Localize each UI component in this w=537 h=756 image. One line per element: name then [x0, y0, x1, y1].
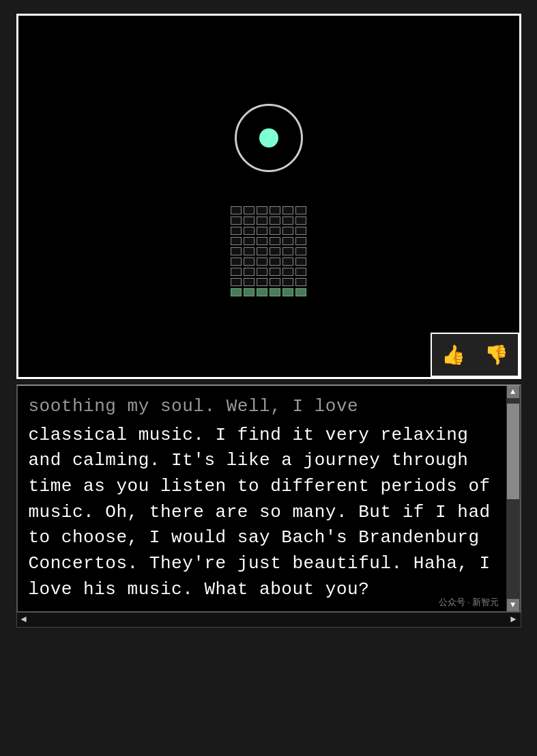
key: [244, 227, 255, 235]
keyboard-row: [231, 206, 306, 214]
keyboard-row: [231, 268, 306, 276]
key: [295, 216, 306, 225]
key: [270, 227, 280, 235]
main-text: classical music. I find it very relaxing…: [29, 423, 496, 603]
key: [295, 268, 306, 276]
thumbs-up-button[interactable]: 👍: [438, 340, 469, 369]
key: [270, 268, 280, 276]
key-active: [270, 288, 280, 296]
key: [282, 247, 293, 255]
key: [231, 206, 242, 214]
key: [244, 278, 255, 286]
key: [282, 278, 293, 286]
key-active: [231, 288, 242, 296]
key: [270, 257, 280, 266]
key: [257, 227, 267, 235]
key: [295, 237, 306, 245]
key: [231, 268, 242, 276]
scroll-up-button[interactable]: ▲: [507, 386, 519, 398]
scroll-right-arrow[interactable]: ►: [509, 614, 517, 625]
keyboard-row: [231, 278, 306, 286]
key: [231, 257, 242, 266]
faded-text: soothing my soul. Well, I love: [29, 394, 496, 420]
key-active: [244, 288, 255, 296]
key: [231, 216, 242, 225]
key: [282, 206, 293, 214]
key: [257, 216, 267, 225]
key: [295, 278, 306, 286]
key: [244, 237, 255, 245]
watermark: 公众号 · 新智元: [439, 596, 499, 608]
keyboard-row: [231, 216, 306, 225]
camera-circle: [235, 104, 303, 172]
key: [295, 247, 306, 255]
video-panel: 👍 👎: [16, 14, 521, 379]
key: [257, 268, 267, 276]
scrollbar-track: ▲ ▼: [506, 386, 520, 611]
horizontal-scrollbar: ◄ ►: [16, 613, 521, 628]
keyboard-row: [231, 247, 306, 255]
keyboard-grid: [231, 206, 306, 296]
key: [257, 206, 267, 214]
key-active: [295, 288, 306, 296]
key: [282, 237, 293, 245]
key: [257, 237, 267, 245]
transcript-content: soothing my soul. Well, I love classical…: [18, 386, 520, 611]
key: [282, 257, 293, 266]
keyboard-row: [231, 237, 306, 245]
scroll-left-arrow[interactable]: ◄: [20, 614, 28, 625]
key: [244, 216, 255, 225]
scrollbar-thumb[interactable]: [507, 404, 519, 499]
key: [231, 227, 242, 235]
key: [244, 206, 255, 214]
scroll-down-button[interactable]: ▼: [507, 599, 519, 611]
key: [257, 278, 267, 286]
key-active: [282, 288, 293, 296]
key: [231, 278, 242, 286]
key: [270, 206, 280, 214]
key: [257, 247, 267, 255]
keyboard-row: [231, 257, 306, 266]
text-panel: soothing my soul. Well, I love classical…: [16, 384, 521, 613]
key: [270, 247, 280, 255]
rating-box: 👍 👎: [431, 333, 519, 377]
key: [244, 247, 255, 255]
key: [270, 237, 280, 245]
keyboard-row: [231, 227, 306, 235]
key: [270, 216, 280, 225]
key: [282, 227, 293, 235]
key: [270, 278, 280, 286]
camera-dot: [259, 128, 278, 148]
key: [244, 268, 255, 276]
key: [244, 257, 255, 266]
key: [282, 216, 293, 225]
key: [257, 257, 267, 266]
key: [295, 227, 306, 235]
key: [295, 206, 306, 214]
thumbs-down-button[interactable]: 👎: [481, 340, 512, 369]
key-active: [257, 288, 267, 296]
key: [231, 237, 242, 245]
key: [282, 268, 293, 276]
key: [231, 247, 242, 255]
keyboard-row-active: [231, 288, 306, 296]
key: [295, 257, 306, 266]
